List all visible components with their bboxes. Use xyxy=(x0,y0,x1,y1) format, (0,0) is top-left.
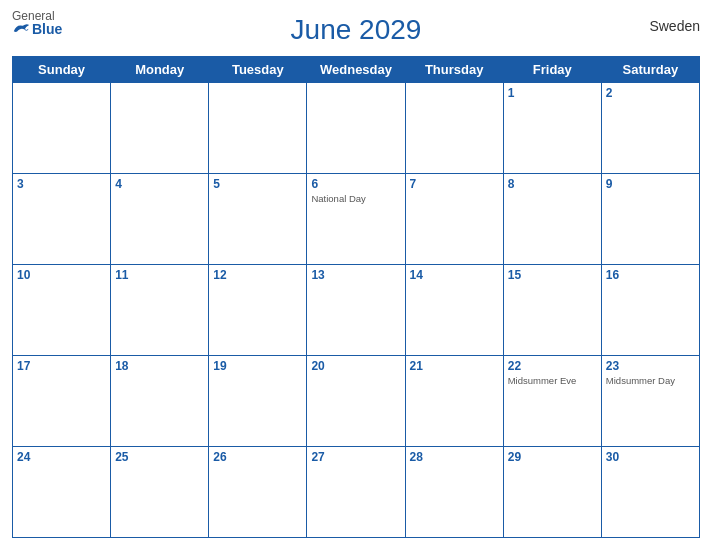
day-cell: 27 xyxy=(307,447,405,538)
day-number: 19 xyxy=(213,359,302,373)
day-cell: 8 xyxy=(503,174,601,265)
day-cell: 17 xyxy=(13,356,111,447)
day-cell: 11 xyxy=(111,265,209,356)
day-number: 9 xyxy=(606,177,695,191)
holiday-label: Midsummer Eve xyxy=(508,375,597,386)
logo: General Blue xyxy=(12,10,62,36)
day-cell xyxy=(405,83,503,174)
day-cell: 4 xyxy=(111,174,209,265)
calendar-container: General Blue June 2029 Sweden Sunday Mon… xyxy=(0,0,712,550)
day-cell: 14 xyxy=(405,265,503,356)
week-row-3: 171819202122Midsummer Eve23Midsummer Day xyxy=(13,356,700,447)
header-thursday: Thursday xyxy=(405,57,503,83)
day-number: 24 xyxy=(17,450,106,464)
day-number: 8 xyxy=(508,177,597,191)
day-cell: 22Midsummer Eve xyxy=(503,356,601,447)
day-number: 20 xyxy=(311,359,400,373)
day-cell: 5 xyxy=(209,174,307,265)
logo-blue: Blue xyxy=(12,22,62,36)
day-cell xyxy=(209,83,307,174)
day-number: 28 xyxy=(410,450,499,464)
calendar-title: June 2029 xyxy=(291,14,422,46)
calendar-table: Sunday Monday Tuesday Wednesday Thursday… xyxy=(12,56,700,538)
day-number: 6 xyxy=(311,177,400,191)
day-cell: 7 xyxy=(405,174,503,265)
day-cell xyxy=(13,83,111,174)
day-cell xyxy=(111,83,209,174)
day-cell: 2 xyxy=(601,83,699,174)
day-number: 12 xyxy=(213,268,302,282)
day-cell: 13 xyxy=(307,265,405,356)
week-row-4: 24252627282930 xyxy=(13,447,700,538)
day-cell: 12 xyxy=(209,265,307,356)
day-cell: 16 xyxy=(601,265,699,356)
day-cell: 23Midsummer Day xyxy=(601,356,699,447)
day-number: 14 xyxy=(410,268,499,282)
day-number: 17 xyxy=(17,359,106,373)
day-number: 26 xyxy=(213,450,302,464)
day-number: 29 xyxy=(508,450,597,464)
day-cell: 1 xyxy=(503,83,601,174)
week-row-1: 3456National Day789 xyxy=(13,174,700,265)
calendar-country: Sweden xyxy=(649,18,700,34)
day-cell: 18 xyxy=(111,356,209,447)
day-number: 7 xyxy=(410,177,499,191)
day-number: 4 xyxy=(115,177,204,191)
day-cell: 21 xyxy=(405,356,503,447)
day-number: 18 xyxy=(115,359,204,373)
day-cell: 28 xyxy=(405,447,503,538)
day-cell: 10 xyxy=(13,265,111,356)
days-header-row: Sunday Monday Tuesday Wednesday Thursday… xyxy=(13,57,700,83)
day-cell: 6National Day xyxy=(307,174,405,265)
day-cell: 29 xyxy=(503,447,601,538)
day-number: 2 xyxy=(606,86,695,100)
day-number: 22 xyxy=(508,359,597,373)
day-cell: 19 xyxy=(209,356,307,447)
day-number: 10 xyxy=(17,268,106,282)
header-monday: Monday xyxy=(111,57,209,83)
holiday-label: National Day xyxy=(311,193,400,204)
day-number: 13 xyxy=(311,268,400,282)
day-number: 23 xyxy=(606,359,695,373)
day-cell: 25 xyxy=(111,447,209,538)
week-row-2: 10111213141516 xyxy=(13,265,700,356)
day-number: 25 xyxy=(115,450,204,464)
day-cell xyxy=(307,83,405,174)
header-wednesday: Wednesday xyxy=(307,57,405,83)
day-number: 30 xyxy=(606,450,695,464)
header-sunday: Sunday xyxy=(13,57,111,83)
header-saturday: Saturday xyxy=(601,57,699,83)
day-number: 11 xyxy=(115,268,204,282)
header-friday: Friday xyxy=(503,57,601,83)
day-cell: 26 xyxy=(209,447,307,538)
week-row-0: 12 xyxy=(13,83,700,174)
day-number: 21 xyxy=(410,359,499,373)
day-cell: 9 xyxy=(601,174,699,265)
day-cell: 30 xyxy=(601,447,699,538)
day-number: 27 xyxy=(311,450,400,464)
day-cell: 20 xyxy=(307,356,405,447)
day-cell: 15 xyxy=(503,265,601,356)
day-cell: 3 xyxy=(13,174,111,265)
day-number: 1 xyxy=(508,86,597,100)
day-number: 5 xyxy=(213,177,302,191)
day-number: 3 xyxy=(17,177,106,191)
logo-bird-icon xyxy=(12,22,30,36)
day-cell: 24 xyxy=(13,447,111,538)
day-number: 16 xyxy=(606,268,695,282)
calendar-header: General Blue June 2029 Sweden xyxy=(12,10,700,50)
holiday-label: Midsummer Day xyxy=(606,375,695,386)
day-number: 15 xyxy=(508,268,597,282)
header-tuesday: Tuesday xyxy=(209,57,307,83)
